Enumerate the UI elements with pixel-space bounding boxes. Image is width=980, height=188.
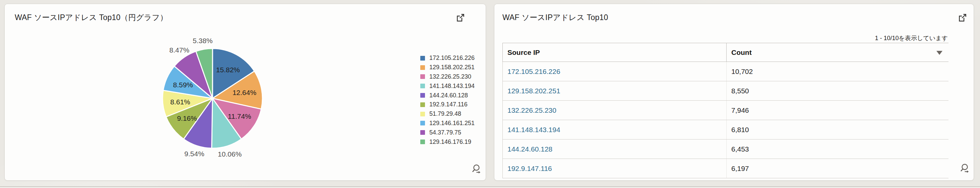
source-ip-cell: 192.9.147.116 (503, 159, 727, 178)
legend-item[interactable]: 129.146.161.251 (420, 119, 474, 128)
legend-item[interactable]: 141.148.143.194 (420, 81, 474, 91)
sort-descending-icon[interactable] (936, 51, 942, 55)
next-row-widget-edge (0, 186, 980, 188)
source-ip-cell: 172.105.216.226 (503, 62, 727, 81)
count-cell: 8,550 (727, 81, 949, 101)
legend-swatch-icon (420, 84, 425, 88)
source-ip-link[interactable]: 192.9.147.116 (508, 164, 552, 172)
legend-item[interactable]: 172.105.216.226 (420, 54, 474, 63)
pie-percent-label: 8.59% (173, 81, 193, 88)
source-ip-link[interactable]: 141.148.143.194 (508, 126, 560, 133)
legend-swatch-icon (420, 139, 425, 144)
legend-swatch-icon (420, 130, 425, 135)
pie-percent-label: 9.16% (177, 114, 197, 122)
pie-percent-label: 11.74% (228, 112, 251, 120)
search-drilldown-icon[interactable] (471, 164, 482, 174)
legend-label: 129.146.176.19 (430, 139, 471, 145)
column-header-source-ip[interactable]: Source IP (503, 43, 727, 62)
source-ip-cell: 132.226.25.230 (503, 101, 727, 120)
legend-item[interactable]: 192.9.147.116 (420, 100, 474, 109)
legend-label: 132.226.25.230 (430, 73, 471, 80)
legend-item[interactable]: 129.158.202.251 (420, 63, 474, 72)
legend-item[interactable]: 132.226.25.230 (420, 72, 474, 82)
legend-item[interactable]: 51.79.29.48 (420, 109, 474, 119)
source-ip-link[interactable]: 129.158.202.251 (508, 87, 560, 95)
count-cell: 6,453 (727, 139, 949, 159)
table-row: 129.158.202.2518,550 (503, 81, 949, 101)
legend-label: 54.37.79.75 (430, 129, 461, 136)
count-cell: 6,810 (727, 120, 949, 139)
source-ip-table: Source IP Count 172.105.216.22610,702129… (503, 43, 948, 178)
legend-label: 192.9.147.116 (430, 101, 468, 108)
column-header-count[interactable]: Count (727, 43, 949, 62)
legend-label: 129.158.202.251 (430, 64, 474, 71)
table-row: 132.226.25.2307,946 (503, 101, 949, 120)
dashboard: WAF ソースIPアドレス Top10（円グラフ） 15.82%12.64%11… (0, 0, 980, 188)
source-ip-link[interactable]: 172.105.216.226 (508, 68, 560, 75)
source-ip-cell: 144.24.60.128 (503, 139, 727, 159)
table-row: 141.148.143.1946,810 (503, 120, 949, 139)
pie-percent-label: 8.61% (170, 98, 190, 106)
legend-label: 172.105.216.226 (430, 55, 474, 62)
pagination-status: 1 - 10/10を表示しています (875, 34, 948, 42)
legend-label: 144.24.60.128 (430, 92, 468, 99)
legend-swatch-icon (420, 74, 425, 79)
legend-item[interactable]: 129.146.176.19 (420, 137, 474, 147)
pie-percent-label: 5.38% (193, 37, 213, 44)
legend-label: 141.148.143.194 (430, 83, 474, 90)
table-row: 172.105.216.22610,702 (503, 62, 949, 81)
pie-percent-label: 15.82% (216, 66, 240, 74)
open-in-new-window-icon[interactable] (959, 14, 967, 22)
pie-percent-label: 8.47% (169, 46, 189, 54)
chart-legend: 172.105.216.226129.158.202.251132.226.25… (420, 54, 474, 147)
page-title: WAF ソースIPアドレス Top10 (503, 13, 608, 22)
table-container: Source IP Count 172.105.216.22610,702129… (503, 43, 948, 179)
legend-item[interactable]: 144.24.60.128 (420, 91, 474, 100)
search-drilldown-icon[interactable] (959, 163, 970, 174)
legend-swatch-icon (420, 103, 425, 107)
legend-swatch-icon (420, 93, 425, 98)
source-ip-link[interactable]: 144.24.60.128 (508, 145, 552, 153)
legend-label: 51.79.29.48 (430, 111, 461, 117)
source-ip-cell: 141.148.143.194 (503, 120, 727, 139)
widget-source-ip-table: WAF ソースIPアドレス Top10 1 - 10/10を表示しています So… (494, 4, 974, 181)
table-header-row: Source IP Count (503, 43, 949, 62)
pie-percent-label: 10.06% (218, 150, 242, 158)
widget-pie-chart: WAF ソースIPアドレス Top10（円グラフ） 15.82%12.64%11… (4, 4, 486, 181)
legend-item[interactable]: 54.37.79.75 (420, 128, 474, 137)
legend-label: 129.146.161.251 (430, 120, 474, 127)
source-ip-link[interactable]: 132.226.25.230 (508, 106, 556, 114)
legend-swatch-icon (420, 121, 425, 125)
pie-percent-label: 9.54% (185, 150, 204, 158)
count-cell: 6,197 (727, 159, 949, 178)
pie-percent-label: 12.64% (232, 88, 256, 96)
legend-swatch-icon (420, 112, 425, 117)
table-row: 192.9.147.1166,197 (503, 159, 949, 178)
source-ip-cell: 129.158.202.251 (503, 81, 727, 101)
count-cell: 10,702 (727, 62, 949, 81)
count-cell: 7,946 (727, 101, 949, 120)
legend-swatch-icon (420, 56, 425, 60)
legend-swatch-icon (420, 65, 425, 70)
table-row: 144.24.60.1286,453 (503, 139, 949, 159)
pie-chart: 15.82%12.64%11.74%10.06%9.54%9.16%8.61%8… (5, 4, 486, 180)
